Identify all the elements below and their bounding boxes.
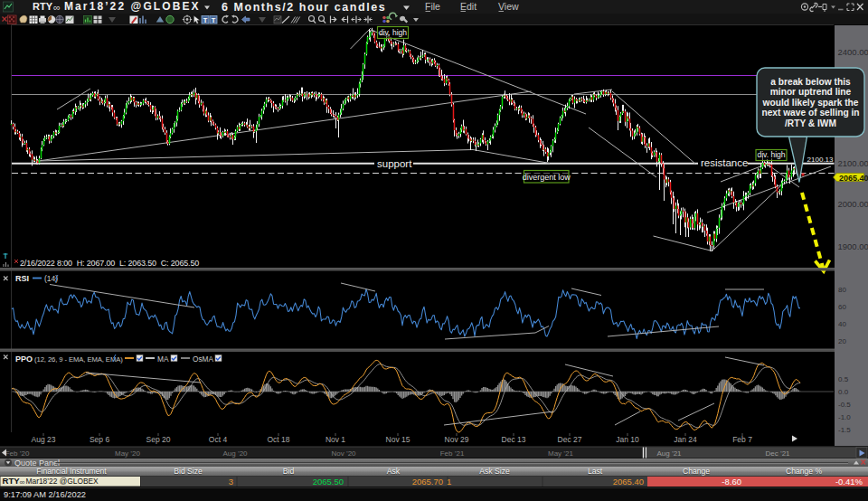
svg-text:∞: ∞: [53, 2, 61, 13]
svg-text:2065.70: 2065.70: [412, 477, 443, 487]
svg-text:-1.0: -1.0: [838, 413, 851, 421]
svg-text:2100.00: 2100.00: [838, 158, 868, 168]
svg-text:minor uptrend line: minor uptrend line: [770, 87, 852, 97]
svg-text:div. high: div. high: [757, 150, 785, 159]
svg-text:next wave of selling in: next wave of selling in: [761, 108, 859, 118]
svg-text:0.0: 0.0: [838, 388, 849, 396]
svg-text:RSI: RSI: [15, 274, 29, 283]
svg-text:40: 40: [838, 320, 846, 328]
svg-text:2100.13: 2100.13: [807, 156, 834, 164]
svg-text:2000.00: 2000.00: [838, 199, 868, 209]
svg-text:resistance: resistance: [701, 157, 748, 168]
svg-text:1900.00: 1900.00: [838, 241, 868, 251]
svg-text:Financial Instrument: Financial Instrument: [36, 467, 107, 476]
svg-text:RTY: RTY: [33, 1, 53, 12]
svg-text:60: 60: [838, 303, 846, 311]
svg-text:Last: Last: [588, 467, 603, 476]
svg-text:2065.50: 2065.50: [313, 477, 344, 487]
svg-text:Change %: Change %: [786, 467, 822, 476]
svg-text:3: 3: [229, 477, 233, 487]
svg-text:Ask: Ask: [387, 467, 401, 476]
svg-text:a break below this: a break below this: [770, 77, 851, 87]
svg-text:T: T: [203, 16, 208, 24]
svg-text:Aug ’21: Aug ’21: [656, 449, 682, 458]
svg-text:9:17:09 AM 2/16/2022: 9:17:09 AM 2/16/2022: [4, 490, 86, 499]
svg-text:would likely spark the: would likely spark the: [762, 98, 859, 108]
svg-text:2/16/2022 8:00 H: 2067.00 L:: 2/16/2022 8:00 H: 2067.00 L: 2063.50 C: …: [20, 259, 199, 268]
svg-text:∞: ∞: [20, 477, 25, 487]
svg-text:PPO: PPO: [15, 354, 33, 364]
svg-text:Aug ’20: Aug ’20: [222, 449, 248, 458]
svg-text:/RTY & IWM: /RTY & IWM: [785, 118, 836, 128]
svg-text:(12, 26, 9 - EMA, EMA, EMA): (12, 26, 9 - EMA, EMA, EMA): [34, 355, 123, 364]
svg-text:OsMA: OsMA: [193, 354, 214, 364]
svg-text:Dec ’21: Dec ’21: [765, 449, 790, 458]
svg-text:2065.40: 2065.40: [839, 174, 868, 183]
svg-text:T: T: [212, 16, 216, 24]
svg-text:File: File: [425, 1, 440, 12]
svg-text:Bid: Bid: [283, 467, 295, 476]
svg-text:Ask Size: Ask Size: [479, 467, 510, 476]
svg-text:Bid Size: Bid Size: [174, 467, 203, 476]
svg-text:6 Months/2 hour candles: 6 Months/2 hour candles: [222, 1, 386, 14]
svg-text:0.5: 0.5: [838, 375, 849, 383]
svg-text:20: 20: [838, 337, 846, 345]
svg-text:-8.60: -8.60: [722, 477, 741, 487]
svg-text:div. high: div. high: [379, 28, 407, 37]
svg-text:Nov ’20: Nov ’20: [331, 449, 356, 458]
svg-text:Mar18’22 @GLOBEX: Mar18’22 @GLOBEX: [26, 477, 99, 486]
svg-text:-0.5: -0.5: [838, 401, 851, 409]
svg-text:80: 80: [838, 286, 846, 294]
svg-text:RTY: RTY: [3, 476, 21, 486]
svg-text:Edit: Edit: [460, 1, 476, 12]
svg-text:-1.5: -1.5: [838, 426, 851, 434]
svg-text:MA: MA: [157, 354, 169, 364]
svg-text:Feb ’20: Feb ’20: [5, 449, 30, 458]
svg-text:support: support: [377, 158, 412, 169]
svg-text:May ’20: May ’20: [115, 449, 141, 458]
svg-text:May ’21: May ’21: [548, 449, 574, 458]
svg-text:-0.41%: -0.41%: [835, 477, 863, 487]
svg-text:2065.40: 2065.40: [613, 477, 644, 487]
svg-text:Mar18’22 @GLOBEX: Mar18’22 @GLOBEX: [64, 0, 201, 13]
svg-text:2400.00: 2400.00: [838, 47, 868, 57]
svg-text:View: View: [498, 1, 519, 12]
svg-text:Change: Change: [683, 467, 710, 476]
svg-text:1: 1: [447, 477, 451, 487]
svg-text:divergent low: divergent low: [523, 173, 571, 182]
svg-text:Feb ’21: Feb ’21: [440, 449, 465, 458]
